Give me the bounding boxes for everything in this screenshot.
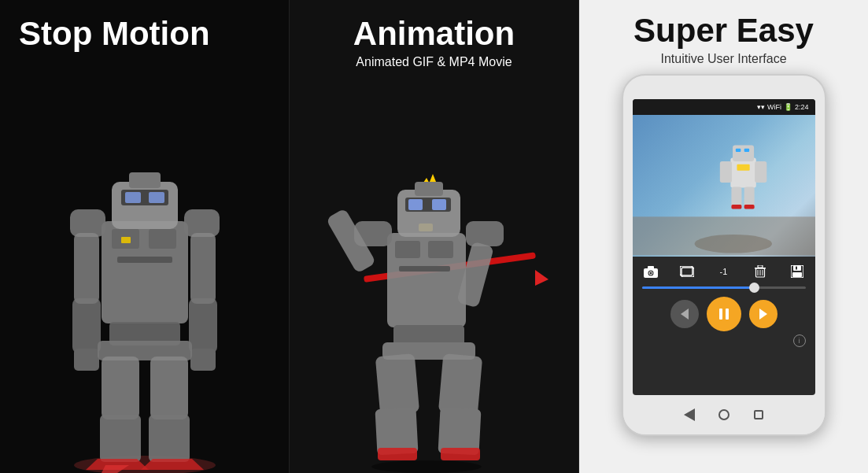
svg-rect-23	[100, 415, 141, 462]
svg-rect-15	[72, 298, 101, 353]
panel2-title: Animation	[353, 16, 515, 52]
nav-recents-button[interactable]	[749, 405, 768, 424]
phone-image-area	[633, 115, 815, 257]
svg-rect-32	[395, 241, 420, 258]
phone-mockup: ▾▾ WiFi 🔋 2:24	[622, 74, 826, 436]
svg-rect-3	[149, 229, 176, 249]
camera-icon[interactable]	[642, 263, 659, 280]
playback-buttons	[642, 297, 806, 331]
svg-rect-38	[408, 199, 423, 210]
svg-rect-14	[190, 233, 216, 304]
svg-point-56	[694, 235, 771, 253]
minus-one-badge[interactable]: -1	[715, 263, 733, 280]
phone-slider[interactable]	[642, 286, 806, 289]
svg-rect-10	[129, 172, 161, 188]
slider-fill	[642, 286, 757, 289]
svg-rect-22	[150, 357, 188, 419]
svg-rect-57	[730, 158, 755, 188]
svg-rect-4	[117, 257, 172, 263]
phone-body: ▾▾ WiFi 🔋 2:24	[622, 74, 826, 436]
svg-rect-58	[733, 146, 754, 162]
svg-rect-71	[648, 266, 654, 269]
gallery-icon[interactable]	[678, 263, 696, 280]
svg-rect-39	[432, 199, 446, 210]
svg-rect-33	[428, 241, 453, 258]
slider-thumb[interactable]	[749, 283, 759, 293]
svg-rect-24	[149, 415, 190, 462]
phone-wifi-icon: WiFi	[767, 103, 781, 111]
phone-battery-icon: 🔋	[784, 103, 792, 111]
phone-screen: ▾▾ WiFi 🔋 2:24	[633, 99, 815, 395]
svg-rect-86	[726, 309, 729, 320]
svg-rect-53	[378, 448, 417, 460]
trash-icon[interactable]	[752, 263, 769, 280]
phone-time: 2:24	[795, 103, 809, 111]
svg-rect-9	[149, 192, 164, 203]
svg-rect-44	[466, 221, 504, 246]
svg-rect-85	[719, 309, 722, 320]
svg-rect-62	[755, 161, 766, 183]
svg-rect-50	[438, 353, 482, 416]
svg-rect-59	[735, 149, 740, 152]
panel3-title: Super Easy	[633, 13, 814, 49]
nav-back-button[interactable]	[680, 405, 699, 424]
svg-rect-34	[399, 266, 450, 272]
svg-rect-66	[744, 205, 754, 209]
svg-marker-30	[535, 270, 549, 286]
svg-rect-49	[375, 353, 419, 416]
svg-rect-36	[397, 190, 460, 237]
svg-rect-60	[744, 149, 748, 152]
svg-rect-13	[74, 233, 99, 304]
phone-icons-row: -1	[642, 263, 806, 280]
robot-figure-1	[19, 79, 271, 473]
minus-one-label: -1	[720, 267, 728, 276]
robot-figure-2	[316, 95, 552, 473]
svg-rect-11	[70, 209, 105, 237]
panel-super-easy: Super Easy Intuitive User Interface ▾▾ W…	[579, 0, 868, 473]
play-pause-button[interactable]	[707, 297, 741, 331]
slider-track	[642, 286, 806, 289]
svg-rect-5	[121, 237, 131, 243]
svg-marker-84	[681, 309, 689, 320]
panel2-subtitle: Animated GIF & MP4 Movie	[356, 55, 512, 69]
svg-point-28	[371, 460, 482, 473]
panel3-subtitle: Intuitive User Interface	[660, 52, 786, 66]
svg-rect-42	[415, 182, 443, 196]
svg-rect-21	[102, 357, 139, 419]
panel-animation: Animation Animated GIF & MP4 Movie	[289, 0, 579, 473]
info-icon[interactable]: i	[793, 334, 806, 347]
phone-signal-icon: ▾▾	[757, 103, 765, 111]
svg-rect-75	[758, 265, 763, 268]
phone-controls-area: -1	[633, 257, 815, 353]
svg-rect-16	[189, 298, 217, 353]
nav-home-button[interactable]	[715, 405, 733, 424]
svg-rect-82	[792, 272, 802, 277]
svg-rect-8	[125, 192, 141, 203]
panel-stop-motion: Stop Motion	[0, 0, 289, 473]
phone-nav-bar	[623, 395, 825, 434]
panel1-title: Stop Motion	[19, 16, 210, 52]
prev-button[interactable]	[670, 300, 699, 328]
svg-rect-67	[737, 164, 749, 171]
phone-status-bar: ▾▾ WiFi 🔋 2:24	[633, 99, 815, 115]
svg-rect-18	[190, 349, 216, 371]
svg-marker-87	[759, 309, 767, 320]
svg-rect-12	[184, 209, 220, 237]
svg-rect-65	[731, 205, 741, 209]
svg-rect-54	[441, 448, 480, 460]
svg-rect-61	[719, 161, 731, 183]
svg-rect-83	[796, 267, 797, 270]
svg-rect-17	[74, 349, 99, 371]
save-icon[interactable]	[789, 263, 806, 280]
next-button[interactable]	[749, 300, 778, 328]
